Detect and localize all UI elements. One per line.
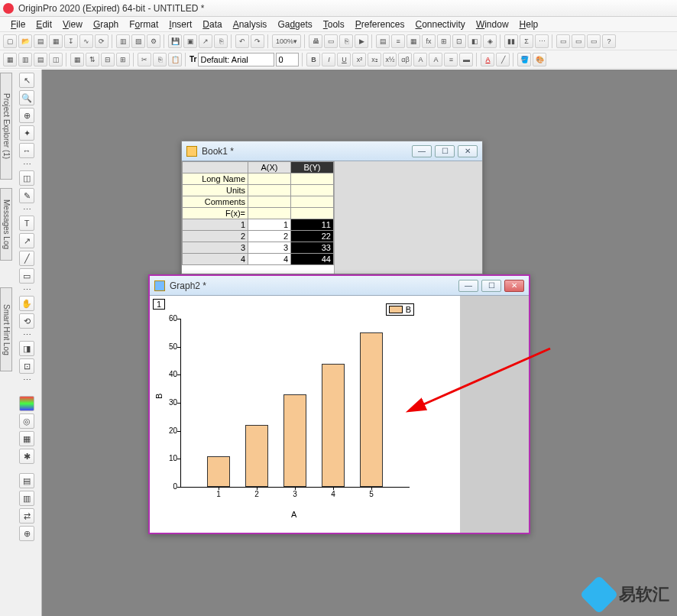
project-explorer-tab[interactable]: Project Explorer (1) (0, 73, 12, 180)
open-template-button[interactable]: ▤ (34, 34, 47, 48)
menu-data[interactable]: Data (198, 18, 226, 31)
menu-gadgets[interactable]: Gadgets (273, 18, 316, 31)
workbook-close-button[interactable]: ✕ (458, 145, 478, 157)
menu-help[interactable]: Help (515, 18, 543, 31)
region-tool[interactable]: ⊡ (19, 358, 34, 374)
recalc-button[interactable]: ⚙ (147, 34, 160, 48)
plot-area[interactable]: 1 B B A 0102030405060 12345 (150, 296, 460, 533)
more-button[interactable]: ⋯ (535, 34, 549, 48)
graph-minimize-button[interactable]: — (458, 280, 478, 292)
zoom-tool[interactable]: 🔍 (19, 90, 34, 105)
col-button[interactable]: ▥ (18, 53, 32, 66)
graph-close-button[interactable]: ✕ (504, 280, 524, 292)
greek-button[interactable]: αβ (398, 53, 412, 66)
add-cols-button[interactable]: ▮▮ (504, 34, 518, 48)
menu-connectivity[interactable]: Connectivity (411, 18, 470, 31)
bar[interactable] (245, 425, 268, 487)
line-style-button[interactable]: ▬ (459, 53, 473, 66)
open-button[interactable]: 📂 (18, 34, 32, 48)
redo-button[interactable]: ↷ (251, 34, 264, 48)
open-excel-button[interactable]: ▦ (49, 34, 63, 48)
menu-view[interactable]: View (58, 18, 87, 31)
draw-tool[interactable]: ✎ (19, 188, 34, 203)
link-tool[interactable]: ⊕ (19, 526, 34, 541)
worksheet-button[interactable]: ▦ (3, 53, 17, 66)
export-button[interactable]: ↗ (199, 34, 212, 48)
cell[interactable]: 11 (291, 219, 334, 231)
workbook-minimize-button[interactable]: — (412, 145, 432, 157)
palette-icon[interactable] (19, 396, 34, 411)
x-axis-label[interactable]: A (291, 510, 296, 519)
stats-button[interactable]: Σ (520, 34, 533, 48)
row-fx[interactable]: F(x)= (183, 208, 248, 219)
font-color-button[interactable]: A (481, 53, 494, 66)
font-name-input[interactable] (198, 53, 274, 66)
plot-line-button[interactable]: ∿ (79, 34, 93, 48)
function-button[interactable]: fx (422, 34, 436, 48)
workbook-titlebar[interactable]: Book1 * — ☐ ✕ (182, 141, 482, 161)
row-num[interactable]: 2 (183, 231, 248, 242)
underline-button[interactable]: U (337, 53, 351, 66)
row-num[interactable]: 1 (183, 219, 248, 231)
merge-button[interactable]: ⊟ (101, 53, 115, 66)
extract-tool[interactable]: ▥ (19, 491, 34, 506)
menu-graph[interactable]: Graph (89, 18, 123, 31)
import-button[interactable]: ↧ (64, 34, 78, 48)
menu-format[interactable]: Format (125, 18, 163, 31)
cell[interactable]: 33 (291, 242, 334, 254)
labtalk-button[interactable]: ▭ (556, 34, 570, 48)
font-size-input[interactable] (276, 53, 299, 66)
circle-tool[interactable]: ◎ (19, 413, 34, 429)
cell[interactable]: 44 (291, 254, 334, 265)
code-button[interactable]: ▭ (587, 34, 601, 48)
video-button[interactable]: ▶ (355, 34, 368, 48)
layer-badge[interactable]: 1 (153, 299, 165, 310)
messages-log-tab[interactable]: Messages Log (0, 188, 12, 261)
legend[interactable]: B (386, 303, 414, 316)
workbook-window[interactable]: Book1 * — ☐ ✕ A(X)B(Y) Long Name Units C… (181, 141, 483, 274)
rotate-tool[interactable]: ⟲ (19, 313, 34, 329)
grid-button[interactable]: ▦ (70, 53, 84, 66)
menu-analysis[interactable]: Analysis (228, 18, 272, 31)
menu-edit[interactable]: Edit (31, 18, 57, 31)
palette-button[interactable]: 🎨 (533, 53, 546, 66)
cell[interactable]: 2 (248, 231, 291, 242)
swap-tool[interactable]: ⇄ (19, 508, 34, 524)
graph-maximize-button[interactable]: ☐ (481, 280, 501, 292)
data-tool[interactable]: ✦ (19, 125, 34, 141)
matrix-button[interactable]: ▦ (407, 34, 420, 48)
cell[interactable]: 22 (291, 231, 334, 242)
notes-button[interactable]: ≡ (391, 34, 405, 48)
sort-button[interactable]: ⇅ (86, 53, 99, 66)
rect-tool[interactable]: ▭ (19, 268, 34, 284)
save-template-button[interactable]: ▣ (183, 34, 197, 48)
menu-file[interactable]: File (6, 18, 30, 31)
row-button[interactable]: ▤ (34, 53, 47, 66)
italic-button[interactable]: I (322, 53, 335, 66)
undo-button[interactable]: ↶ (235, 34, 249, 48)
reader-tool[interactable]: ⊕ (19, 108, 34, 123)
bar[interactable] (283, 394, 306, 487)
paste-button[interactable]: 📋 (168, 53, 182, 66)
cell[interactable]: 3 (248, 242, 291, 254)
graph-window[interactable]: Graph2 * — ☐ ✕ 1 B B A 0102030405060 123… (148, 274, 530, 534)
help-button[interactable]: ? (602, 34, 616, 48)
new-workbook-button[interactable]: ▥ (116, 34, 130, 48)
text-tool[interactable]: T (19, 216, 34, 231)
cell[interactable]: 1 (248, 219, 291, 231)
apps-button[interactable]: ⊞ (437, 34, 451, 48)
menu-tools[interactable]: Tools (319, 18, 349, 31)
batch-button[interactable]: ⎘ (214, 34, 228, 48)
workbook-maximize-button[interactable]: ☐ (435, 145, 455, 157)
mask-button[interactable]: ◫ (49, 53, 63, 66)
row-num[interactable]: 4 (183, 254, 248, 265)
select-tool[interactable]: ◫ (19, 170, 34, 186)
cut-button[interactable]: ✂ (138, 53, 151, 66)
bar[interactable] (207, 456, 230, 487)
bold-button[interactable]: B (306, 53, 320, 66)
subscript-button[interactable]: x₂ (368, 53, 381, 66)
line-color-button[interactable]: ╱ (496, 53, 510, 66)
fill-color-button[interactable]: 🪣 (517, 53, 531, 66)
y-axis[interactable] (180, 319, 181, 487)
bar[interactable] (360, 332, 383, 487)
